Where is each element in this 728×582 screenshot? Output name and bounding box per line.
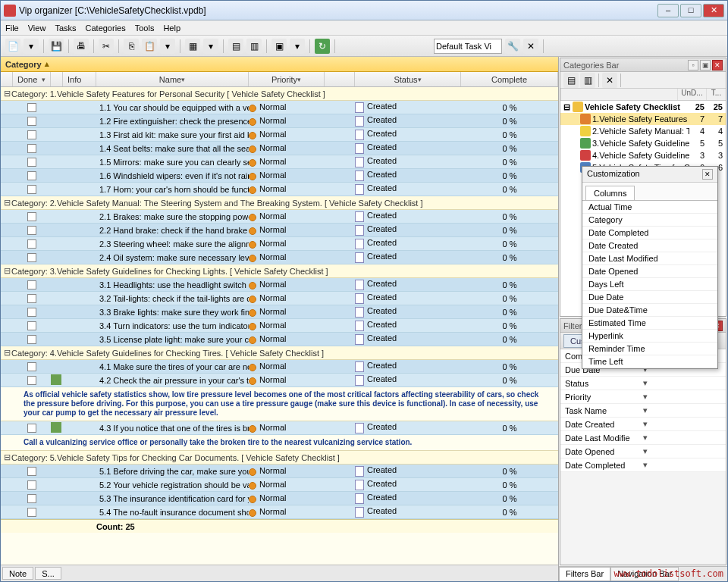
tb-btn-c[interactable]: ▾ [203,39,218,54]
filter-row[interactable]: Date Last Modifie▾ [560,431,726,445]
customization-item[interactable]: Date Opened [582,265,717,278]
group-by-header[interactable]: Category▴ [1,57,558,72]
tree-row[interactable]: 3.Vehicle Safety Guidelines for55 [560,137,726,149]
task-row[interactable]: 1.1 You car should be equipped with a ve… [1,101,558,114]
done-checkbox[interactable] [27,362,36,371]
done-checkbox[interactable] [27,239,36,249]
customization-item[interactable]: Date Completed [582,227,717,239]
dropdown-icon[interactable]: ▾ [643,446,721,456]
group-row[interactable]: ⊟ Category: 1.Vehicle Safety Features fo… [1,87,558,101]
tree-row[interactable]: 2.Vehicle Safety Manual: The S44 [560,125,726,137]
done-checkbox[interactable] [27,335,36,344]
view-selector[interactable] [434,39,502,54]
task-row[interactable]: 1.4 Seat belts: make sure that all the s… [1,142,558,155]
dropdown-icon[interactable]: ▾ [643,460,721,470]
panel-btn1[interactable]: ▫ [688,60,698,70]
col-done[interactable]: Done▾ [13,72,51,86]
view-delete-button[interactable]: ✕ [523,39,538,54]
done-checkbox[interactable] [27,185,36,194]
menu-help[interactable]: Help [163,23,180,33]
done-checkbox[interactable] [27,280,36,289]
tb-btn-d[interactable]: ▤ [228,39,243,54]
copy-button[interactable]: ⎘ [124,39,139,54]
tb-btn-a[interactable]: ▾ [160,39,175,54]
tb-btn-e[interactable]: ▥ [246,39,262,54]
done-checkbox[interactable] [27,144,36,153]
col-status[interactable]: Status▾ [355,72,461,86]
view-config-button[interactable]: 🔧 [505,39,520,54]
col-priority[interactable]: Priority▾ [249,72,325,86]
customization-item[interactable]: Category [582,214,717,227]
save-button[interactable]: 💾 [49,39,64,54]
grid-body[interactable]: ⊟ Category: 1.Vehicle Safety Features fo… [1,87,558,565]
customization-tab[interactable]: Columns [585,186,635,200]
menu-tasks[interactable]: Tasks [55,23,76,33]
menu-file[interactable]: File [5,23,19,33]
filter-row[interactable]: Priority▾ [560,390,726,404]
menu-tools[interactable]: Tools [135,23,155,33]
task-row[interactable]: 5.3 The insurance identification card fo… [1,492,558,505]
customization-item[interactable]: Actual Time [582,201,717,214]
task-row[interactable]: 1.7 Horn: your car's horn should be func… [1,183,558,196]
customization-item[interactable]: Due Date [582,291,717,304]
done-checkbox[interactable] [27,117,36,126]
tab-s[interactable]: S... [35,567,61,580]
done-checkbox[interactable] [27,130,36,139]
customization-item[interactable]: Days Left [582,278,717,291]
task-row[interactable]: 3.4 Turn indicators: use the turn indica… [1,319,558,333]
done-checkbox[interactable] [27,158,36,167]
dropdown-icon[interactable]: ▾ [643,378,721,388]
done-checkbox[interactable] [27,294,36,303]
task-row[interactable]: 2.4 Oil system: make sure necessary leve… [1,251,558,264]
done-checkbox[interactable] [27,308,36,317]
task-row[interactable]: 1.5 Mirrors: make sure you can clearly s… [1,155,558,169]
panel-btn2[interactable]: ▣ [700,60,711,70]
cat-tb1[interactable]: ▤ [563,73,579,88]
tb-btn-b[interactable]: ▦ [185,39,200,54]
task-row[interactable]: 2.3 Steering wheel: make sure the alignm… [1,237,558,251]
paste-button[interactable]: 📋 [142,39,157,54]
customization-item[interactable]: Reminder Time [582,343,717,355]
cat-tb2[interactable]: ▥ [580,73,595,88]
customization-item[interactable]: Date Created [582,239,717,252]
task-row[interactable]: 3.3 Brake lights: make sure they work fi… [1,305,558,319]
dropdown-icon[interactable]: ▾ [643,433,721,443]
done-checkbox[interactable] [27,253,36,262]
done-checkbox[interactable] [27,467,36,476]
done-checkbox[interactable] [27,376,36,385]
filter-row[interactable]: Date Completed▾ [560,458,726,472]
tb-btn-green[interactable]: ↻ [315,39,330,54]
new-button[interactable]: 📄 [5,39,20,54]
group-row[interactable]: ⊟ Category: 2.Vehicle Safety Manual: The… [1,196,558,210]
col-info[interactable]: Info [63,72,96,86]
col-complete[interactable]: Complete [461,72,558,86]
collapse-icon[interactable]: ⊟ [2,348,11,358]
customization-item[interactable]: Hyperlink [582,330,717,343]
tb-btn-g[interactable]: ▾ [290,39,305,54]
tb-btn-f[interactable]: ▣ [271,39,287,54]
done-checkbox[interactable] [27,212,36,221]
filter-row[interactable]: Task Name▾ [560,404,726,418]
customization-item[interactable]: Due Date&Time [582,304,717,317]
task-row[interactable]: 4.2 Check the air pressure in your car's… [1,374,558,387]
tab-note[interactable]: Note [2,567,33,580]
done-checkbox[interactable] [27,103,36,112]
done-checkbox[interactable] [27,226,36,235]
tree-row[interactable]: ⊟Vehicle Safety Checklist2525 [560,101,726,113]
task-row[interactable]: 5.2 Your vehicle registration should be … [1,478,558,492]
done-checkbox[interactable] [27,480,36,490]
group-row[interactable]: ⊟ Category: 5.Vehicle Safety Tips for Ch… [1,451,558,465]
close-button[interactable]: ✕ [703,4,724,17]
menu-categories[interactable]: Categories [86,23,126,33]
done-checkbox[interactable] [27,508,36,517]
task-row[interactable]: 4.3 If you notice that one of the tires … [1,421,558,435]
customization-close[interactable]: ✕ [702,169,713,180]
customization-item[interactable]: Date Last Modified [582,252,717,265]
collapse-icon[interactable]: ⊟ [2,266,11,276]
open-button[interactable]: ▾ [24,39,39,54]
panel-close[interactable]: ✕ [712,60,723,70]
filter-row[interactable]: Date Created▾ [560,418,726,431]
collapse-icon[interactable]: ⊟ [2,452,11,462]
cat-tb3[interactable]: ✕ [602,73,617,88]
group-row[interactable]: ⊟ Category: 3.Vehicle Safety Guidelines … [1,264,558,278]
